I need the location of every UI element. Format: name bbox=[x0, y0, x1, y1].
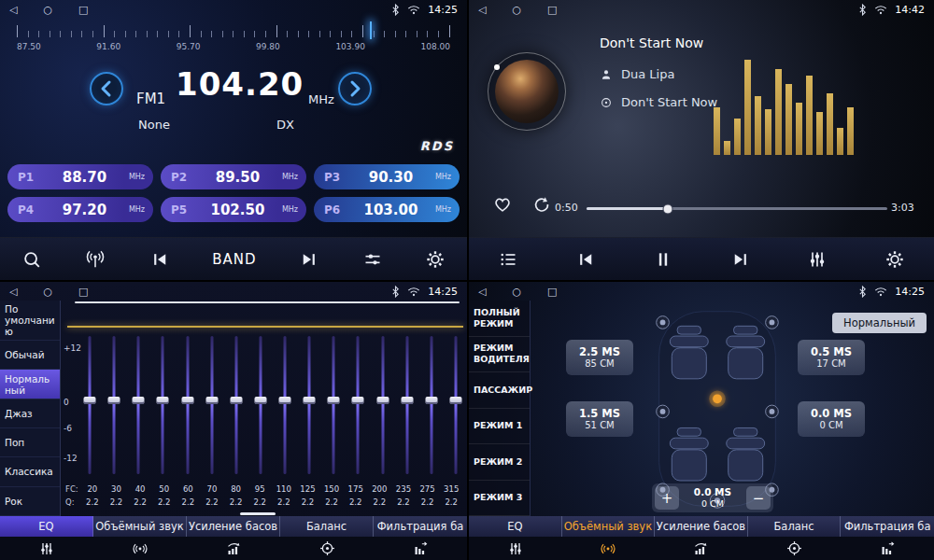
delay-front-left[interactable]: 2.5 MS 85 CM bbox=[566, 340, 633, 375]
mode-full[interactable]: ПОЛНЫЙ РЕЖИМ bbox=[469, 301, 530, 337]
recents-nav-icon[interactable]: □ bbox=[547, 287, 557, 297]
repeat-button[interactable] bbox=[531, 194, 553, 215]
tab-label: Объёмный звук bbox=[562, 516, 656, 537]
eq-preset-normal[interactable]: Нормальный bbox=[0, 370, 60, 399]
broadcast-button[interactable] bbox=[84, 249, 106, 270]
eq-preset-rock[interactable]: Рок bbox=[0, 487, 60, 516]
equalizer-button[interactable] bbox=[808, 250, 827, 269]
eq-band-slider[interactable] bbox=[155, 336, 170, 474]
eq-preset-default[interactable]: По умолчанию bbox=[0, 301, 60, 341]
tab-bass-boost[interactable]: Усиление басов bbox=[655, 516, 748, 560]
album-art bbox=[488, 52, 566, 131]
ruler-tick bbox=[104, 25, 105, 37]
next-station-button[interactable] bbox=[299, 250, 319, 269]
back-nav-icon[interactable]: ◁ bbox=[478, 5, 486, 15]
tune-down-button[interactable] bbox=[90, 72, 123, 105]
tune-options-button[interactable] bbox=[362, 250, 383, 269]
eq-band-slider[interactable] bbox=[229, 336, 244, 474]
tab-eq[interactable]: EQ bbox=[469, 516, 562, 560]
preset-button-p4[interactable]: P4 97.20 MHz bbox=[7, 197, 153, 222]
recents-nav-icon[interactable]: □ bbox=[547, 5, 557, 15]
eq-band-slider[interactable] bbox=[326, 336, 341, 474]
eq-band-slider[interactable] bbox=[180, 336, 195, 474]
eq-q-value: 2.2 bbox=[152, 497, 177, 507]
progress-slider[interactable] bbox=[587, 207, 887, 210]
ruler-tick bbox=[233, 31, 234, 37]
tab-filter[interactable]: Фильтрация ба bbox=[374, 516, 467, 560]
tab-filter[interactable]: Фильтрация ба bbox=[841, 516, 934, 560]
home-nav-icon[interactable]: ○ bbox=[43, 287, 52, 297]
eq-band-slider[interactable] bbox=[277, 336, 292, 474]
tab-surround[interactable]: Объёмный звук bbox=[93, 516, 187, 560]
preset-button-p5[interactable]: P5 102.50 MHz bbox=[161, 197, 306, 222]
tab-surround[interactable]: Объёмный звук bbox=[562, 516, 656, 560]
back-nav-icon[interactable]: ◁ bbox=[9, 287, 17, 297]
mode-driver[interactable]: РЕЖИМ ВОДИТЕЛЯ bbox=[469, 337, 530, 373]
eq-band-slider[interactable] bbox=[375, 336, 390, 474]
settings-button[interactable] bbox=[425, 249, 446, 270]
progress-knob[interactable] bbox=[662, 203, 672, 214]
preset-button-p3[interactable]: P3 90.30 MHz bbox=[314, 164, 460, 189]
visualizer-bar bbox=[827, 93, 833, 155]
eq-fc-value: 235 bbox=[391, 484, 416, 494]
eq-preset-custom[interactable]: Обычай bbox=[0, 341, 60, 370]
frequency-ruler[interactable]: 87.50 91.60 95.70 99.80 103.90 108.00 bbox=[17, 25, 450, 59]
eq-band-slider[interactable] bbox=[400, 336, 415, 474]
eq-band-slider[interactable] bbox=[424, 336, 439, 474]
mode-2[interactable]: РЕЖИМ 2 bbox=[469, 444, 530, 481]
delay-front-right[interactable]: 0.5 MS 17 CM bbox=[798, 340, 865, 375]
ruler-tick bbox=[405, 31, 406, 37]
eq-band-slider[interactable] bbox=[82, 336, 97, 474]
eq-band-slider[interactable] bbox=[350, 336, 365, 474]
increase-delay-button[interactable]: + bbox=[655, 486, 679, 510]
favorite-button[interactable] bbox=[491, 194, 514, 215]
mode-1[interactable]: РЕЖИМ 1 bbox=[469, 409, 530, 445]
tune-up-button[interactable] bbox=[338, 72, 372, 105]
preset-unit: MHz bbox=[282, 205, 298, 214]
delay-rear-left[interactable]: 1.5 MS 51 CM bbox=[566, 401, 633, 437]
mode-3[interactable]: РЕЖИМ 3 bbox=[469, 481, 530, 517]
back-nav-icon[interactable]: ◁ bbox=[9, 5, 17, 15]
eq-q-value: 2.2 bbox=[248, 497, 272, 507]
eq-band-slider[interactable] bbox=[302, 336, 317, 474]
settings-button[interactable] bbox=[884, 249, 905, 270]
tab-bass-boost[interactable]: Усиление басов bbox=[187, 516, 280, 560]
delay-ms-value: 1.5 MS bbox=[579, 407, 620, 421]
eq-preset-classic[interactable]: Классика bbox=[0, 457, 60, 486]
eq-band-slider[interactable] bbox=[106, 336, 121, 474]
tab-balance[interactable]: Баланс bbox=[748, 516, 842, 560]
home-nav-icon[interactable]: ○ bbox=[512, 287, 521, 297]
sound-profile-button[interactable]: Нормальный bbox=[832, 313, 927, 333]
preset-button-p2[interactable]: P2 89.50 MHz bbox=[161, 164, 306, 189]
ruler-tick bbox=[125, 31, 126, 37]
preset-button-p6[interactable]: P6 103.00 MHz bbox=[314, 197, 460, 222]
next-track-button[interactable] bbox=[730, 250, 751, 269]
prev-station-button[interactable] bbox=[149, 250, 170, 269]
eq-preset-pop[interactable]: Поп bbox=[0, 428, 60, 457]
home-nav-icon[interactable]: ○ bbox=[43, 5, 52, 15]
tab-balance[interactable]: Баланс bbox=[280, 516, 374, 560]
previous-track-button[interactable] bbox=[575, 250, 596, 269]
ruler-tick bbox=[190, 25, 191, 37]
eq-preset-jazz[interactable]: Джаз bbox=[0, 399, 60, 428]
preset-button-p1[interactable]: P1 88.70 MHz bbox=[7, 164, 153, 189]
playlist-button[interactable] bbox=[498, 250, 518, 269]
pause-button[interactable] bbox=[654, 250, 672, 269]
scan-button[interactable] bbox=[21, 249, 42, 270]
head-unit-screen: ◁ ○ □ 14:25 87.50 91.60 95.70 99.80 103.… bbox=[0, 0, 934, 560]
eq-band-slider[interactable] bbox=[131, 336, 146, 474]
rds-badge: RDS bbox=[420, 139, 454, 153]
mode-passenger[interactable]: ПАССАЖИР bbox=[469, 372, 530, 409]
eq-band-slider[interactable] bbox=[448, 336, 463, 474]
home-nav-icon[interactable]: ○ bbox=[512, 5, 521, 15]
eq-band-slider[interactable] bbox=[253, 336, 268, 474]
decrease-delay-button[interactable]: − bbox=[746, 486, 771, 510]
tab-eq[interactable]: EQ bbox=[0, 516, 93, 560]
band-button[interactable]: BAND bbox=[212, 251, 256, 268]
back-nav-icon[interactable]: ◁ bbox=[478, 287, 486, 297]
delay-rear-right[interactable]: 0.0 MS 0 CM bbox=[798, 401, 865, 437]
eq-band-slider[interactable] bbox=[205, 336, 219, 474]
recents-nav-icon[interactable]: □ bbox=[78, 287, 88, 297]
eq-scroll-indicator[interactable] bbox=[240, 512, 276, 515]
recents-nav-icon[interactable]: □ bbox=[78, 5, 88, 15]
